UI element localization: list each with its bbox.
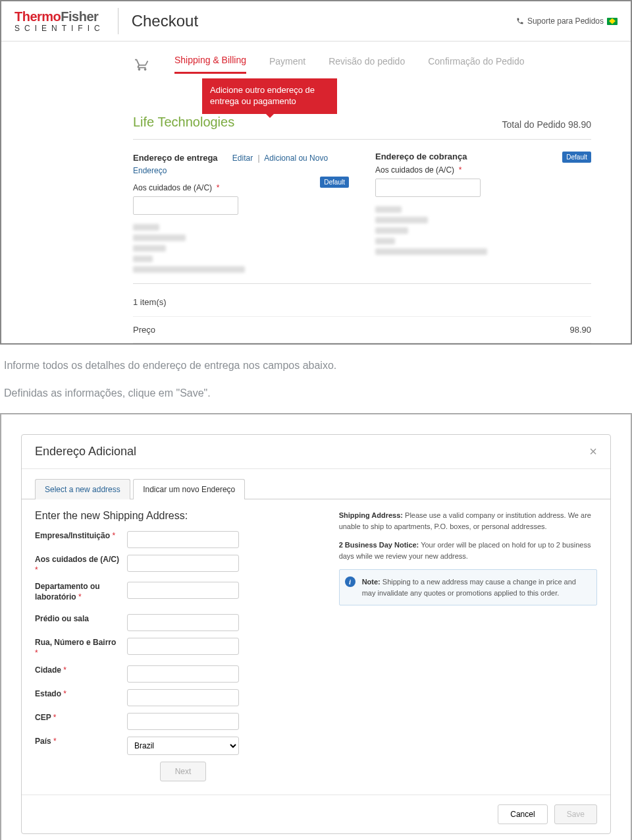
input-departamento[interactable] — [127, 582, 239, 599]
item-count-label: 1 item(s) — [133, 297, 167, 307]
edit-address-link[interactable]: Editar — [232, 154, 253, 163]
billing-care-of-input[interactable] — [375, 179, 481, 197]
shipping-care-of-label: Aos cuidados de (A/C) * — [133, 183, 349, 192]
add-new-address-link[interactable]: Adicional ou Novo — [264, 154, 328, 163]
shipping-address-block: Endereço de entrega Editar | Adicional o… — [133, 152, 349, 277]
billing-address-block: Endereço de cobrança Aos cuidados de (A/… — [375, 152, 591, 277]
billing-default-badge[interactable]: Default — [562, 152, 591, 163]
input-rua[interactable] — [127, 638, 239, 655]
price-row: Preço 98.90 — [133, 321, 591, 339]
step-shipping-billing[interactable]: Shipping & Billing — [174, 55, 246, 74]
price-value: 98.90 — [569, 325, 591, 335]
brand-section-title: Life Technologies — [133, 115, 234, 130]
endereco-link[interactable]: Endereço — [133, 166, 349, 175]
modal-screenshot-frame: Endereço Adicional × Select a new addres… — [0, 413, 632, 840]
input-cep[interactable] — [127, 713, 239, 730]
cancel-button[interactable]: Cancel — [498, 804, 547, 824]
step-payment[interactable]: Payment — [269, 56, 305, 73]
label-rua: Rua, Número e Bairro * — [35, 638, 120, 658]
redacted-billing-address — [375, 206, 591, 255]
shipping-address-title: Endereço de entrega — [133, 153, 218, 163]
phone-icon — [516, 17, 524, 25]
brazil-flag-icon — [607, 18, 618, 25]
input-cidade[interactable] — [127, 665, 239, 683]
order-total: Total do Pedido 98.90 — [502, 119, 591, 130]
price-label: Preço — [133, 325, 155, 335]
step-confirmation[interactable]: Confirmação do Pedido — [428, 56, 524, 73]
instruction-text-1a: Informe todos os detalhes do endereço de… — [4, 358, 628, 374]
billing-care-of-label: Aos cuidados de (A/C) * — [375, 165, 591, 175]
cart-icon — [133, 57, 151, 72]
instruction-text-1b: Definidas as informações, clique em "Sav… — [4, 385, 628, 401]
info-panel: Shipping Address: Please use a valid com… — [339, 510, 597, 781]
close-icon[interactable]: × — [589, 444, 597, 459]
label-departamento: Departamento ou laboratório * — [35, 582, 120, 602]
note-bold: Note: — [362, 578, 381, 586]
label-predio: Prédio ou sala — [35, 614, 120, 625]
callout-tooltip: Adicione outro endereço de entrega ou pa… — [202, 78, 337, 114]
logo-text-fisher: Fisher — [61, 9, 98, 24]
shipping-default-badge[interactable]: Default — [320, 177, 349, 188]
info-shipping-bold: Shipping Address: — [339, 511, 403, 519]
page-title: Checkout — [132, 12, 198, 30]
shipping-care-of-input[interactable] — [133, 196, 238, 215]
input-predio[interactable] — [127, 614, 239, 631]
progress-steps: Shipping & Billing Payment Revisão do pe… — [1, 42, 631, 82]
divider — [118, 8, 118, 34]
billing-address-title: Endereço de cobrança — [375, 152, 591, 161]
checkout-screenshot-frame: ThermoFisher SCIENTIFIC Checkout Suporte… — [0, 0, 632, 345]
additional-address-modal: Endereço Adicional × Select a new addres… — [21, 434, 611, 834]
step-review[interactable]: Revisão do pedido — [329, 56, 405, 73]
input-estado[interactable] — [127, 689, 239, 706]
brand-logo: ThermoFisher SCIENTIFIC — [14, 10, 105, 32]
note-box: i Note: Shipping to a new address may ca… — [339, 569, 597, 605]
label-pais: País * — [35, 737, 120, 747]
info-icon: i — [345, 576, 356, 587]
label-cep: CEP * — [35, 713, 120, 723]
next-button[interactable]: Next — [160, 762, 207, 781]
label-cidade: Cidade * — [35, 665, 120, 676]
select-pais[interactable]: Brazil — [127, 737, 239, 755]
label-cuidados: Aos cuidados de (A/C) * — [35, 555, 120, 575]
logo-text-scientific: SCIENTIFIC — [14, 24, 105, 32]
info-notice-bold: 2 Business Day Notice: — [339, 541, 419, 549]
tab-new-address[interactable]: Indicar um novo Endereço — [133, 479, 245, 499]
note-text: Shipping to a new address may cause a ch… — [362, 578, 576, 597]
input-cuidados[interactable] — [127, 555, 239, 572]
redacted-shipping-address — [133, 224, 349, 273]
support-link[interactable]: Suporte para Pedidos — [516, 16, 618, 26]
logo-text-thermo: Thermo — [14, 9, 61, 24]
form-title: Enter the new Shipping Address: — [35, 510, 319, 522]
tab-select-address[interactable]: Select a new address — [35, 479, 130, 499]
modal-title: Endereço Adicional — [35, 445, 136, 459]
save-button[interactable]: Save — [554, 804, 597, 824]
address-form: Enter the new Shipping Address: Empresa/… — [35, 510, 319, 781]
support-label: Suporte para Pedidos — [527, 16, 604, 26]
header-bar: ThermoFisher SCIENTIFIC Checkout Suporte… — [1, 1, 631, 42]
label-empresa: Empresa/Instituição * — [35, 531, 120, 542]
item-count-row: 1 item(s) — [133, 293, 591, 311]
label-estado: Estado * — [35, 689, 120, 700]
input-empresa[interactable] — [127, 531, 239, 548]
